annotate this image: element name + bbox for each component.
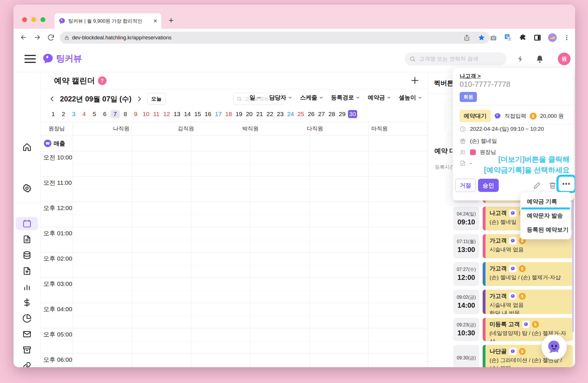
share-icon[interactable] bbox=[463, 34, 470, 41]
calendar-hour-row[interactable]: 오후 02:00 bbox=[40, 253, 428, 278]
back-icon[interactable] bbox=[20, 34, 27, 41]
calendar-hour-row[interactable]: 오전 11:00 bbox=[40, 177, 428, 202]
help-icon[interactable]: ? bbox=[98, 76, 107, 85]
browser-tab[interactable]: 팅커뷰 | 월 9,900원 가장 합리적인 ✕ bbox=[55, 13, 161, 29]
calendar-hour-row[interactable]: 오후 12:00 bbox=[40, 202, 428, 227]
day-number[interactable]: 17 bbox=[214, 110, 223, 118]
panel-scrollbar[interactable] bbox=[572, 188, 574, 332]
user-avatar[interactable]: 원 bbox=[558, 53, 570, 65]
day-number[interactable]: 27 bbox=[317, 110, 326, 118]
day-number[interactable]: 12 bbox=[162, 110, 171, 118]
extension-puzzle-icon[interactable] bbox=[519, 34, 527, 42]
dollar-icon[interactable] bbox=[22, 298, 32, 307]
reservation-card[interactable]: 가고객 $ 시술내역 없음 한달 내 방문 bbox=[483, 290, 573, 314]
pie-chart-icon[interactable] bbox=[22, 314, 32, 323]
next-day-icon[interactable] bbox=[136, 96, 142, 102]
bookmark-star-icon[interactable] bbox=[478, 34, 485, 41]
side-panel-icon[interactable] bbox=[534, 34, 541, 41]
day-number[interactable]: 3 bbox=[69, 110, 78, 118]
day-number[interactable]: 21 bbox=[255, 110, 264, 118]
global-search[interactable] bbox=[405, 52, 506, 66]
day-number[interactable]: 30 bbox=[348, 110, 357, 118]
day-number[interactable]: 22 bbox=[265, 110, 274, 118]
day-number[interactable]: 14 bbox=[183, 110, 192, 118]
filter-dropdown[interactable]: 담당자 bbox=[269, 94, 292, 101]
day-number[interactable]: 15 bbox=[193, 110, 202, 118]
calendar-hour-row[interactable]: 오후 01:00 bbox=[40, 227, 428, 253]
filter-dropdown[interactable]: 등록경로 bbox=[331, 94, 360, 101]
more-button-highlighted[interactable]: ••• bbox=[556, 175, 575, 193]
day-number[interactable]: 19 bbox=[234, 110, 243, 118]
day-number[interactable]: 29 bbox=[338, 110, 347, 118]
reservation-list-item[interactable]: 09:02(금) 14:00 가고객 $ 시술내역 없음 한달 bbox=[453, 290, 573, 314]
day-number[interactable]: 20 bbox=[245, 110, 254, 118]
zoom-window-button[interactable] bbox=[40, 17, 45, 22]
edit-pencil-icon[interactable] bbox=[533, 182, 541, 189]
close-window-button[interactable] bbox=[22, 17, 27, 22]
gear-icon[interactable] bbox=[22, 184, 32, 193]
file-plus-icon[interactable] bbox=[22, 266, 32, 276]
day-number[interactable]: 9 bbox=[131, 110, 140, 118]
link-icon[interactable] bbox=[22, 361, 32, 367]
trash-icon[interactable] bbox=[549, 182, 556, 189]
minimize-window-button[interactable] bbox=[31, 17, 36, 22]
profile-cheese-avatar[interactable] bbox=[548, 33, 557, 42]
approve-button[interactable]: 승인 bbox=[478, 179, 499, 192]
new-tab-button[interactable]: + bbox=[169, 16, 174, 25]
calendar-hour-row[interactable]: 오후 03:00 bbox=[40, 278, 428, 303]
reload-icon[interactable] bbox=[47, 34, 55, 41]
day-number[interactable]: 25 bbox=[296, 110, 305, 118]
filter-dropdown[interactable]: 예약금 bbox=[368, 94, 391, 101]
menu-item[interactable]: 예약문자 발송 bbox=[521, 209, 571, 223]
staff-column-header[interactable]: 박직원 bbox=[234, 125, 299, 132]
staff-column-header[interactable]: 다직원 bbox=[299, 125, 363, 132]
day-number[interactable]: 16 bbox=[203, 110, 212, 118]
day-number[interactable]: 11 bbox=[152, 110, 161, 118]
day-number[interactable]: 1 bbox=[49, 110, 58, 118]
app-logo[interactable]: 팅커뷰 bbox=[42, 53, 82, 65]
today-button[interactable]: 오늘 bbox=[147, 93, 166, 105]
day-number[interactable]: 4 bbox=[80, 110, 89, 118]
calendar-hour-row[interactable]: 오후 05:00 bbox=[40, 328, 428, 354]
reject-button[interactable]: 거절 bbox=[455, 179, 476, 192]
address-bar[interactable]: dev-blockdeal.hatchling.kr/app/reservati… bbox=[60, 32, 490, 44]
database-icon[interactable] bbox=[22, 251, 32, 260]
calendar-icon[interactable] bbox=[22, 219, 32, 228]
mail-icon[interactable] bbox=[22, 330, 32, 339]
bar-chart-icon[interactable] bbox=[22, 282, 32, 291]
day-number[interactable]: 10 bbox=[142, 110, 151, 118]
day-number[interactable]: 5 bbox=[90, 110, 99, 118]
day-number[interactable]: 24 bbox=[286, 110, 295, 118]
camera-icon[interactable] bbox=[490, 34, 497, 42]
calendar-hour-row[interactable]: 오후 04:00 bbox=[40, 303, 428, 328]
reservation-card[interactable]: 가고객 $ (손) 젤네일 / (손) 젤제거-자샵 bbox=[483, 262, 573, 286]
add-reservation-button[interactable] bbox=[410, 76, 419, 85]
home-icon[interactable] bbox=[22, 143, 32, 152]
translate-icon[interactable]: G文 bbox=[504, 34, 512, 42]
prev-day-icon[interactable] bbox=[49, 96, 55, 102]
filter-dropdown[interactable]: 셀높이 bbox=[399, 94, 422, 101]
menu-item[interactable]: 등록된 예약보기 bbox=[521, 223, 571, 237]
global-search-input[interactable] bbox=[419, 55, 494, 62]
filter-dropdown[interactable]: 일 bbox=[249, 94, 261, 101]
calendar-hour-row[interactable]: 오전 10:00 bbox=[40, 151, 428, 177]
day-number[interactable]: 7 bbox=[111, 110, 120, 118]
staff-column-header[interactable]: 김직원 bbox=[170, 125, 234, 132]
archive-icon[interactable] bbox=[22, 345, 32, 355]
tab-close-icon[interactable]: ✕ bbox=[153, 18, 157, 24]
menu-item[interactable]: 예약금 기록 bbox=[521, 195, 571, 209]
day-number[interactable]: 28 bbox=[327, 110, 336, 118]
staff-column-header[interactable]: 원장님 bbox=[40, 125, 105, 132]
day-number[interactable]: 18 bbox=[224, 110, 233, 118]
reservation-list-item[interactable]: 07:27(수) 12:00 가고객 $ (손) 젤네일 / bbox=[453, 262, 573, 286]
chat-widget-button[interactable] bbox=[541, 334, 567, 360]
bell-icon[interactable] bbox=[535, 55, 544, 64]
customer-link[interactable]: 나고객 > bbox=[460, 72, 481, 80]
forward-icon[interactable] bbox=[34, 34, 41, 41]
day-number[interactable]: 6 bbox=[100, 110, 109, 118]
overflow-menu-icon[interactable] bbox=[564, 34, 570, 41]
day-number[interactable]: 2 bbox=[59, 110, 68, 118]
staff-column-header[interactable]: 나직원 bbox=[105, 125, 170, 132]
filter-dropdown[interactable]: 스케줄 bbox=[300, 94, 323, 101]
calendar-hour-row[interactable]: 오후 06:00 bbox=[40, 354, 428, 367]
